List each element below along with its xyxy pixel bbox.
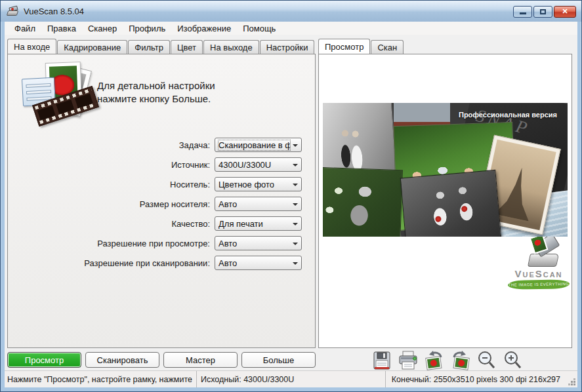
preview-image[interactable]: SNAP Профессиональная версия [323,103,568,237]
maximize-button[interactable] [533,6,552,18]
media-size-label: Размер носителя: [140,199,210,209]
scan-button[interactable]: Сканировать [85,352,159,368]
tab-color[interactable]: Цвет [171,40,203,54]
tab-crop[interactable]: Кадрирование [57,40,127,54]
minimize-icon [520,12,526,14]
rotate-right-icon [449,349,472,372]
status-output: Конечный: 2550x3510 pixels 300 dpi 216x2… [386,371,577,387]
rotate-left-icon [423,349,446,372]
logo-name: VueScan [508,268,570,279]
form-row: Разрешение при сканировании: Авто [84,256,302,270]
chevron-down-icon [293,203,298,206]
form-row: Задача: Сканирование в ф [84,138,302,152]
menu-item-edit[interactable]: Правка [41,22,82,35]
task-select[interactable]: Сканирование в ф [215,138,302,152]
tab-preview[interactable]: Просмотр [318,39,370,54]
form-row: Разрешение при просмотре: Авто [84,236,302,250]
app-window: VueScan 8.5.04 ✕ Файл Правка Сканер Проф… [0,0,582,392]
preview-button[interactable]: Просмотр [7,352,81,368]
preview-toolbar [369,349,525,372]
quality-select[interactable]: Для печати [215,216,302,231]
quality-label: Качество: [171,219,210,229]
chevron-down-icon [293,144,298,147]
settings-panel-body: Для детальной настройки нажмите кнопку Б… [7,54,316,348]
settings-panel: На входе Кадрирование Фильтр Цвет На вых… [7,39,316,348]
vuescan-logo: VueScan THE IMAGE IS EVERYTHING [508,238,570,298]
menu-item-help[interactable]: Помощь [237,22,281,35]
intro-text: Для детальной настройки нажмите кнопку Б… [97,79,215,106]
preview-resolution-label: Разрешение при просмотре: [97,239,210,248]
source-select[interactable]: 4300U/3300U [215,157,302,172]
media-select[interactable]: Цветное фото [215,177,302,191]
window-title: VueScan 8.5.04 [24,7,84,16]
tab-filter[interactable]: Фильтр [128,40,170,54]
content-area: На входе Кадрирование Фильтр Цвет На вых… [5,35,577,387]
photo-boys [400,170,502,237]
scan-resolution-label: Разрешение при сканировании: [84,258,210,268]
close-icon: ✕ [562,8,568,15]
menu-item-profile[interactable]: Профиль [123,22,171,35]
edition-label: Профессиональная версия [459,111,557,119]
chevron-down-icon [293,223,298,225]
window-body: Файл Правка Сканер Профиль Изображение П… [1,22,581,391]
photo-dog [323,167,403,237]
settings-tabs: На входе Кадрирование Фильтр Цвет На вых… [7,39,316,54]
status-hint: Нажмите "Просмотр", настройте рамку, наж… [5,371,197,387]
task-label: Задача: [179,140,210,150]
tab-output[interactable]: На выходе [203,40,259,54]
rotate-right-button[interactable] [448,349,472,372]
preview-tabs: Просмотр Скан [318,39,572,54]
form-row: Носитель: Цветное фото [84,177,302,191]
action-buttons: Просмотр Сканировать Мастер Больше [7,352,316,368]
title-bar[interactable]: VueScan 8.5.04 ✕ [1,1,581,22]
floppy-icon [371,350,392,371]
rotate-left-button[interactable] [422,349,446,372]
preview-panel-body: SNAP Профессиональная версия [318,54,572,348]
tab-prefs[interactable]: Настройки [260,40,315,54]
media-size-select[interactable]: Авто [215,197,302,211]
form-row: Качество: Для печати [84,216,302,231]
source-label: Источник: [171,160,210,170]
scan-resolution-select[interactable]: Авто [215,256,302,270]
tab-input[interactable]: На входе [7,39,56,54]
scan-options-form: Задача: Сканирование в ф Источник: 4300U… [84,138,302,270]
form-row: Размер носителя: Авто [84,197,302,211]
menu-item-scanner[interactable]: Сканер [82,22,123,35]
menu-item-image[interactable]: Изображение [171,22,237,35]
chevron-down-icon [293,184,298,186]
menu-bar: Файл Правка Сканер Профиль Изображение П… [5,22,577,35]
form-row: Источник: 4300U/3300U [84,157,302,172]
save-button[interactable] [369,349,394,372]
wizard-button[interactable]: Мастер [163,352,238,368]
status-source: Исходный: 4300U/3300U [197,371,386,387]
preview-resolution-select[interactable]: Авто [215,236,302,250]
resize-grip[interactable] [568,378,575,385]
media-label: Носитель: [170,180,210,189]
zoom-in-icon [502,349,524,372]
preview-panel: Просмотр Скан SNAP [318,39,572,348]
menu-item-file[interactable]: Файл [9,22,41,35]
chevron-down-icon [293,262,298,265]
chevron-down-icon [293,164,298,167]
scanner-icon [526,238,560,267]
app-icon[interactable] [7,7,19,16]
maximize-icon [540,9,546,14]
logo-tagline: THE IMAGE IS EVERYTHING [508,279,570,290]
minimize-button[interactable] [513,6,532,18]
printer-icon [397,350,419,371]
zoom-in-button[interactable] [501,349,525,372]
close-button[interactable]: ✕ [554,6,576,18]
zoom-out-icon [476,349,498,372]
scan-photos-icon [22,61,91,127]
status-bar: Нажмите "Просмотр", настройте рамку, наж… [5,370,577,387]
chevron-down-icon [293,243,298,245]
tab-scan[interactable]: Скан [371,40,404,54]
print-button[interactable] [396,349,420,372]
more-button[interactable]: Больше [241,352,316,368]
zoom-out-button[interactable] [474,349,499,372]
